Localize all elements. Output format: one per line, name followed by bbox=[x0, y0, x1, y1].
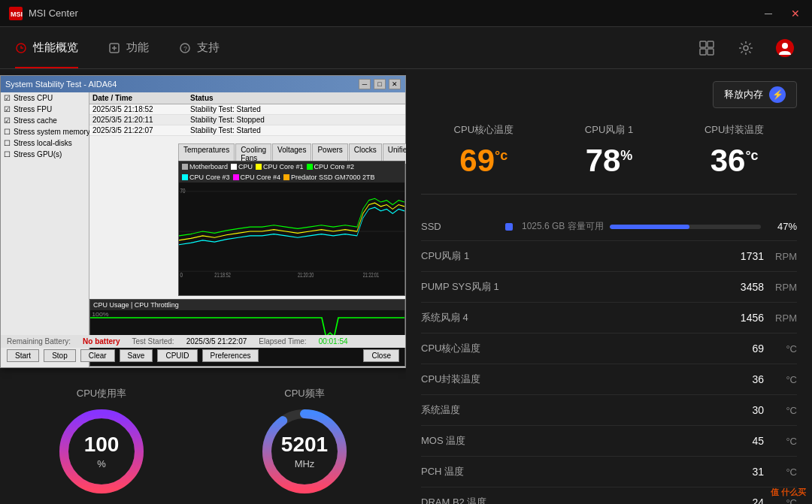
legend-ssd: Predator SSD GM7000 2TB bbox=[283, 174, 375, 181]
aida-log-table: 2025/3/5 21:18:52 Stability Test: Starte… bbox=[89, 104, 405, 136]
stat-name-dram-b2-temp: DRAM B2 温度 bbox=[421, 496, 726, 504]
log-time-0: 2025/3/5 21:18:52 bbox=[92, 105, 190, 113]
remaining-label: Remaining Battery: bbox=[7, 337, 71, 346]
minimize-button[interactable]: ─ bbox=[761, 8, 776, 20]
svg-text:21:18:52: 21:18:52 bbox=[214, 272, 231, 278]
aida-close-button[interactable]: ✕ bbox=[389, 79, 401, 89]
stat-value-cpu-core-temp: 69 bbox=[726, 343, 764, 355]
stat-name-sys-fan4: 系统风扇 4 bbox=[421, 311, 726, 324]
stat-unit-cpu-fan1: RPM bbox=[770, 251, 797, 262]
stat-name-cpu-pkg-temp: CPU封装温度 bbox=[421, 373, 726, 386]
sidebar-item-stress-fpu[interactable]: Stress FPU bbox=[1, 104, 89, 115]
user-icon-button[interactable] bbox=[773, 36, 797, 60]
nav-icons bbox=[695, 36, 797, 60]
lightning-icon: ⚡ bbox=[769, 86, 786, 103]
aida-title-buttons: ─ □ ✕ bbox=[359, 79, 401, 89]
legend-cpu-core4: CPU Core #4 bbox=[233, 174, 281, 181]
legend-motherboard: Motherboard bbox=[182, 163, 228, 171]
close-button-aida[interactable]: Close bbox=[363, 349, 399, 362]
stat-name-pump-sys-fan: PUMP SYS风扇 1 bbox=[421, 280, 726, 294]
stat-value-dram-b2-temp: 24 bbox=[726, 496, 764, 504]
right-panel: 释放内存 ⚡ CPU核心温度 69°c CPU风扇 1 78% CPU封装温度 bbox=[406, 69, 812, 504]
log-row-0: 2025/3/5 21:18:52 Stability Test: Starte… bbox=[89, 104, 405, 115]
tab-support[interactable]: ? 支持 bbox=[179, 27, 220, 68]
metric-cpu-core-temp-value: 69°c bbox=[421, 143, 547, 179]
elapsed-label: Elapsed Time: bbox=[259, 337, 306, 346]
cpu-usage-label: CPU使用率 bbox=[77, 387, 126, 400]
nav-tabs: 性能概览 功能 ? 支持 bbox=[15, 27, 220, 68]
cpu-freq-metric: CPU频率 5201 bbox=[259, 387, 350, 496]
aida-log-header: Date / Time Status bbox=[89, 92, 405, 104]
metric-cpu-fan-label: CPU风扇 1 bbox=[547, 123, 672, 137]
stat-value-mos-temp: 45 bbox=[726, 435, 764, 447]
svg-text:21:22:01: 21:22:01 bbox=[363, 272, 380, 278]
log-row-1: 2025/3/5 21:20:11 Stability Test: Stoppe… bbox=[89, 115, 405, 125]
metric-cpu-fan: CPU风扇 1 78% bbox=[547, 123, 672, 179]
sidebar-item-stress-disks[interactable]: Stress local-disks bbox=[1, 137, 89, 149]
svg-point-14 bbox=[782, 43, 788, 49]
aida-dialog: System Stability Test - AIDA64 ─ □ ✕ Str… bbox=[0, 75, 406, 368]
cpuid-button[interactable]: CPUID bbox=[157, 349, 197, 362]
overview-icon bbox=[15, 42, 27, 54]
svg-rect-9 bbox=[707, 41, 714, 47]
sidebar-item-stress-memory[interactable]: Stress system memory bbox=[1, 126, 89, 137]
aida-minimize-button[interactable]: ─ bbox=[359, 79, 371, 89]
metric-cpu-core-temp-label: CPU核心温度 bbox=[421, 123, 547, 137]
cpu-metrics-row: CPU使用率 100 bbox=[0, 387, 406, 496]
preferences-button[interactable]: Preferences bbox=[202, 349, 259, 362]
stat-row-cpu-core-temp: CPU核心温度 69 °C bbox=[421, 333, 797, 364]
grid-icon-button[interactable] bbox=[695, 36, 719, 60]
tab-function-label: 功能 bbox=[126, 41, 149, 55]
metric-cpu-pkg-temp: CPU封装温度 36°c bbox=[671, 123, 797, 179]
ssd-row: SSD 1025.6 GB 容量可用 47% bbox=[421, 213, 797, 241]
ssd-pct: 47% bbox=[770, 221, 797, 232]
metric-cpu-fan-value: 78% bbox=[547, 143, 672, 179]
release-memory-button[interactable]: 释放内存 ⚡ bbox=[713, 81, 797, 108]
aida-restore-button[interactable]: □ bbox=[374, 79, 386, 89]
stat-row-cpu-fan1: CPU风扇 1 1731 RPM bbox=[421, 241, 797, 272]
log-time-2: 2025/3/5 21:22:07 bbox=[92, 126, 190, 134]
stat-value-pump-sys-fan: 3458 bbox=[726, 281, 764, 293]
sidebar-item-stress-cache[interactable]: Stress cache bbox=[1, 115, 89, 126]
save-button[interactable]: Save bbox=[120, 349, 153, 362]
aida-sidebar: Stress CPU Stress FPU Stress cache Stres… bbox=[1, 92, 89, 367]
log-col-time: Date / Time bbox=[92, 94, 190, 102]
settings-icon bbox=[738, 40, 754, 56]
stat-row-pump-sys-fan: PUMP SYS风扇 1 3458 RPM bbox=[421, 272, 797, 303]
release-mem-label: 释放内存 bbox=[724, 88, 763, 101]
svg-rect-11 bbox=[707, 49, 714, 55]
stat-row-cpu-pkg-temp: CPU封装温度 36 °C bbox=[421, 364, 797, 395]
cpu-freq-label: CPU频率 bbox=[284, 387, 324, 400]
title-bar: MSI MSI Center ─ ✕ bbox=[0, 0, 812, 27]
stat-unit-cpu-core-temp: °C bbox=[770, 343, 797, 355]
stop-button[interactable]: Stop bbox=[44, 349, 76, 362]
clear-button[interactable]: Clear bbox=[80, 349, 115, 362]
msi-icon: MSI bbox=[9, 7, 23, 20]
stat-unit-pch-temp: °C bbox=[770, 466, 797, 478]
ssd-progress-bar bbox=[610, 225, 761, 229]
main-content: System Stability Test - AIDA64 ─ □ ✕ Str… bbox=[0, 69, 812, 504]
svg-text:100%: 100% bbox=[92, 310, 109, 318]
close-button[interactable]: ✕ bbox=[788, 8, 803, 20]
start-button[interactable]: Start bbox=[7, 349, 39, 362]
tab-overview[interactable]: 性能概览 bbox=[15, 27, 78, 68]
ssd-bar-container: 1025.6 GB 容量可用 bbox=[522, 220, 761, 233]
sidebar-item-stress-cpu[interactable]: Stress CPU bbox=[1, 92, 89, 104]
log-col-status: Status bbox=[190, 94, 402, 102]
legend-cpu: CPU bbox=[231, 163, 253, 171]
ssd-progress-fill bbox=[610, 225, 690, 229]
title-bar-controls: ─ ✕ bbox=[761, 8, 803, 20]
sidebar-item-stress-gpu[interactable]: Stress GPU(s) bbox=[1, 149, 89, 160]
cpu-freq-unit: MHz bbox=[295, 458, 315, 469]
tab-function[interactable]: 功能 bbox=[108, 27, 149, 68]
log-row-2: 2025/3/5 21:22:07 Stability Test: Starte… bbox=[89, 125, 405, 136]
remaining-value: No battery bbox=[83, 337, 120, 346]
stat-row-pch-temp: PCH 温度 31 °C bbox=[421, 457, 797, 487]
svg-text:21:20:20: 21:20:20 bbox=[298, 272, 314, 278]
aida-graph-legend: Motherboard CPU CPU Core #1 CPU Cor bbox=[179, 161, 404, 183]
stat-unit-mos-temp: °C bbox=[770, 436, 797, 447]
app-title: MSI Center bbox=[29, 8, 761, 19]
settings-icon-button[interactable] bbox=[734, 36, 758, 60]
stats-list: CPU风扇 1 1731 RPM PUMP SYS风扇 1 3458 RPM 系… bbox=[421, 241, 797, 504]
legend-cpu-core3: CPU Core #3 bbox=[182, 174, 230, 181]
